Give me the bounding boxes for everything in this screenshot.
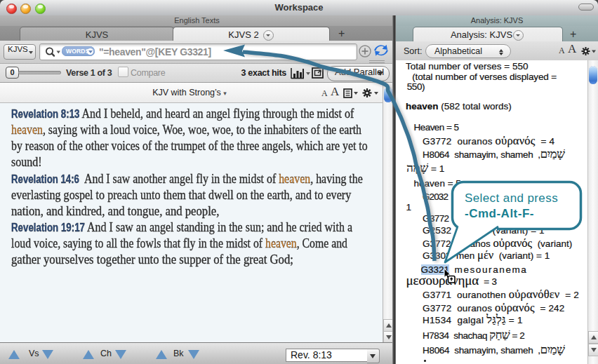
svg-text:-Cmd-Alt-F-: -Cmd-Alt-F-	[465, 207, 534, 220]
svg-text:Select and press: Select and press	[465, 191, 558, 205]
